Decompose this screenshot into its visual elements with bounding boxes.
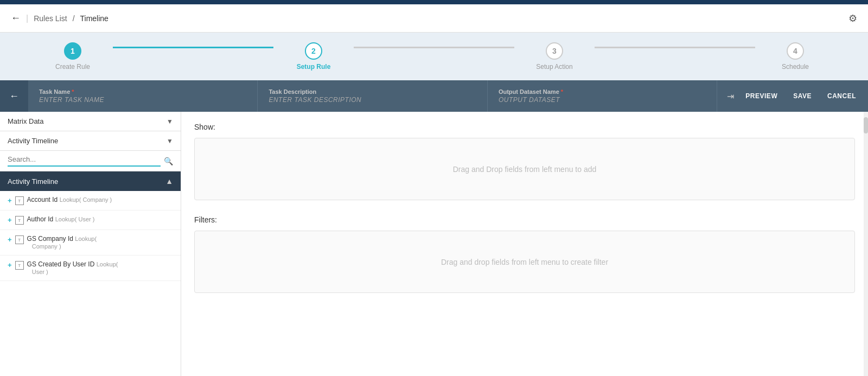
step-3-label: Setup Action	[536, 63, 572, 71]
sidebar-section-title: Activity Timeline	[8, 177, 58, 186]
step-4[interactable]: 4 Schedule	[755, 42, 835, 71]
item-type: Lookup( User )	[55, 216, 95, 222]
filters-section-label: Filters:	[194, 215, 855, 224]
step-1[interactable]: 1 Create Rule	[33, 42, 113, 71]
step-1-circle: 1	[64, 42, 81, 60]
task-description-field: Task Description ENTER TASK DESCRIPTION	[258, 80, 487, 112]
main-content: Matrix Data ▼ Activity Timeline ▼ 🔍 Acti…	[0, 112, 868, 376]
task-desc-label: Task Description	[269, 88, 476, 95]
output-dataset-input[interactable]: OUTPUT DATASET	[499, 96, 706, 104]
expand-icon: ⇥	[727, 91, 734, 101]
show-drop-hint: Drag and Drop fields from left menu to a…	[453, 165, 597, 174]
field-name: Account Id Lookup( Company )	[27, 196, 112, 203]
step-4-label: Schedule	[782, 63, 809, 71]
save-button[interactable]: SAVE	[787, 89, 818, 103]
sidebar-dropdown-activity[interactable]: Activity Timeline ▼	[0, 131, 181, 151]
field-type-icon: T	[15, 216, 24, 225]
sidebar-items-list: + T Account Id Lookup( Company ) + T Aut…	[0, 191, 181, 376]
list-item[interactable]: + T Account Id Lookup( Company )	[0, 191, 181, 211]
sidebar-dropdown-activity-label: Activity Timeline	[8, 137, 58, 145]
step-2[interactable]: 2 Setup Rule	[273, 42, 354, 71]
field-name: Author Id Lookup( User )	[27, 215, 95, 223]
top-nav-bar	[0, 0, 868, 4]
item-name: GS Created By User ID	[27, 260, 95, 268]
list-item[interactable]: + T GS Created By User ID Lookup( User )	[0, 256, 181, 281]
connector-3-4	[595, 47, 755, 48]
output-dataset-label: Output Dataset Name *	[499, 88, 706, 95]
add-field-icon: +	[8, 216, 12, 224]
item-type: Lookup( Company )	[60, 196, 112, 203]
connector-1-2	[113, 47, 273, 48]
step-2-label: Setup Rule	[297, 63, 331, 71]
back-button[interactable]: ←	[11, 12, 21, 24]
connector-2-3	[354, 47, 514, 48]
task-name-label: Task Name *	[39, 88, 246, 95]
item-name: Account Id	[27, 196, 58, 203]
sidebar-dropdown-matrix[interactable]: Matrix Data ▼	[0, 112, 181, 131]
step-4-circle: 4	[787, 42, 804, 60]
field-name: GS Company Id Lookup( Lookup( Company )C…	[27, 235, 97, 250]
breadcrumb-divider: |	[26, 14, 28, 23]
field-type-icon: T	[15, 235, 24, 244]
output-dataset-field: Output Dataset Name * OUTPUT DATASET	[488, 80, 717, 112]
scroll-track[interactable]	[864, 112, 868, 376]
breadcrumb-bar: ← | Rules List / Timeline ⚙	[0, 4, 868, 33]
chevron-down-icon-2: ▼	[167, 137, 173, 145]
search-input[interactable]	[8, 155, 161, 167]
item-name: Author Id	[27, 215, 54, 223]
settings-icon[interactable]: ⚙	[848, 12, 857, 24]
collapse-icon[interactable]: ▲	[165, 177, 173, 186]
breadcrumb-rules-list[interactable]: Rules List	[34, 14, 67, 23]
list-item[interactable]: + T GS Company Id Lookup( Lookup( Compan…	[0, 230, 181, 256]
show-drop-zone[interactable]: Drag and Drop fields from left menu to a…	[194, 138, 855, 200]
field-type-icon: T	[15, 261, 24, 270]
breadcrumb-separator: /	[73, 14, 75, 23]
step-3-circle: 3	[546, 42, 563, 60]
sidebar: Matrix Data ▼ Activity Timeline ▼ 🔍 Acti…	[0, 112, 181, 376]
task-header: ← Task Name * ENTER TASK NAME Task Descr…	[0, 80, 868, 112]
preview-button[interactable]: PREVIEW	[739, 89, 784, 103]
add-field-icon: +	[8, 261, 12, 269]
step-1-label: Create Rule	[55, 63, 90, 71]
add-field-icon: +	[8, 235, 12, 244]
task-back-button[interactable]: ←	[0, 80, 28, 112]
task-actions: ⇥ PREVIEW SAVE CANCEL	[717, 80, 868, 112]
right-panel: Show: Drag and Drop fields from left men…	[181, 112, 868, 376]
sidebar-dropdown-matrix-label: Matrix Data	[8, 117, 43, 125]
search-icon[interactable]: 🔍	[164, 157, 173, 165]
step-3[interactable]: 3 Setup Action	[514, 42, 595, 71]
chevron-down-icon: ▼	[167, 118, 173, 125]
scroll-thumb[interactable]	[864, 117, 868, 133]
sidebar-search-bar: 🔍	[0, 151, 181, 171]
sidebar-section-header: Activity Timeline ▲	[0, 171, 181, 191]
cancel-button[interactable]: CANCEL	[821, 89, 863, 103]
field-name: GS Created By User ID Lookup( User )	[27, 260, 118, 276]
show-section-label: Show:	[194, 123, 855, 131]
list-item[interactable]: + T Author Id Lookup( User )	[0, 211, 181, 230]
field-type-icon: T	[15, 196, 24, 205]
task-name-field: Task Name * ENTER TASK NAME	[28, 80, 258, 112]
breadcrumb-current-page: Timeline	[80, 14, 108, 23]
filters-drop-zone[interactable]: Drag and drop fields from left menu to c…	[194, 231, 855, 293]
stepper: 1 Create Rule 2 Setup Rule 3 Setup Actio…	[0, 33, 868, 80]
filters-drop-hint: Drag and drop fields from left menu to c…	[441, 258, 608, 266]
task-desc-input[interactable]: ENTER TASK DESCRIPTION	[269, 96, 476, 104]
item-name: GS Company Id	[27, 235, 73, 243]
step-2-circle: 2	[305, 42, 322, 60]
task-name-input[interactable]: ENTER TASK NAME	[39, 96, 246, 104]
add-field-icon: +	[8, 196, 12, 205]
